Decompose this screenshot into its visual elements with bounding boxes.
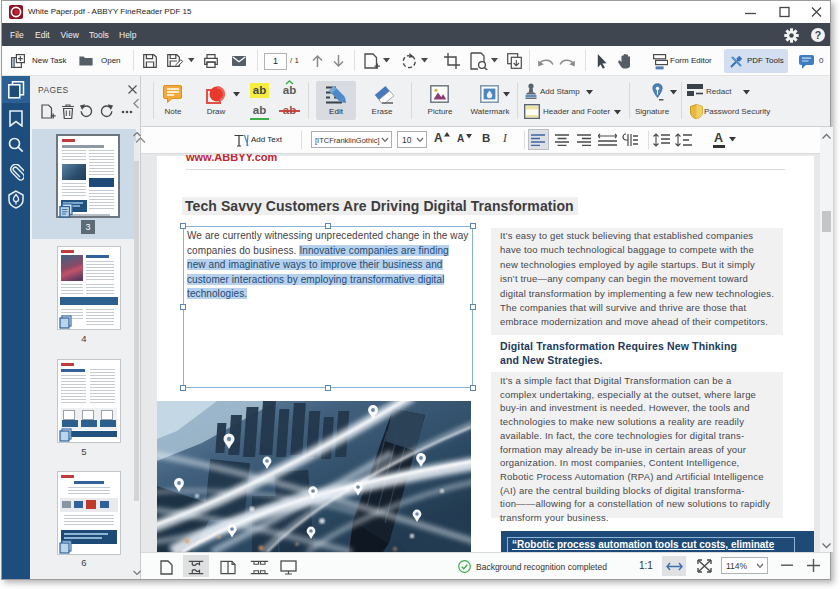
svg-text:?: ?: [815, 29, 821, 41]
